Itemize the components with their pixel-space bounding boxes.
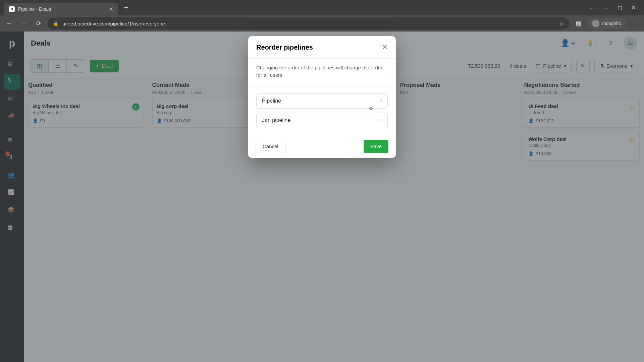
incognito-icon (592, 20, 599, 27)
modal-close-button[interactable]: ✕ (382, 43, 388, 52)
modal-overlay[interactable]: Reorder pipelines ✕ Changing the order o… (0, 32, 644, 362)
modal-description: Changing the order of the pipelines will… (248, 58, 396, 86)
extensions-icon[interactable]: ▦ (573, 18, 584, 29)
chevron-down-icon[interactable]: ⌄ (589, 5, 594, 11)
modal-title: Reorder pipelines (256, 44, 313, 51)
pipeline-reorder-item[interactable]: Jan pipeline≡ (256, 113, 388, 128)
browser-titlebar: p Pipeline - Deals ✕ + ⌄ — ▢ ✕ (0, 0, 644, 15)
close-window-icon[interactable]: ✕ (632, 5, 636, 11)
drag-handle-icon[interactable]: ≡ (380, 98, 382, 104)
new-tab-button[interactable]: + (124, 4, 128, 12)
window-controls: ⌄ — ▢ ✕ (589, 5, 644, 11)
pipeline-reorder-item[interactable]: Pipeline≡ (256, 93, 388, 109)
pipeline-item-label: Jan pipeline (262, 117, 290, 123)
move-cursor-icon: ✥ (369, 106, 373, 111)
tab-close-icon[interactable]: ✕ (109, 6, 113, 12)
pipeline-item-label: Pipeline (262, 98, 281, 104)
browser-tab[interactable]: p Pipeline - Deals ✕ (4, 3, 118, 15)
tab-title: Pipeline - Deals (18, 6, 51, 12)
maximize-icon[interactable]: ▢ (618, 5, 622, 11)
save-button[interactable]: Save (364, 140, 388, 153)
star-icon[interactable]: ☆ (559, 20, 564, 27)
cancel-button[interactable]: Cancel (256, 140, 285, 153)
browser-menu-icon[interactable]: ⋮ (629, 18, 641, 29)
minimize-icon[interactable]: — (603, 5, 608, 11)
address-bar: ← → ⟳ 🔒 uifeed.pipedrive.com/pipeline/1/… (0, 15, 644, 32)
incognito-indicator[interactable]: Incognito (587, 18, 626, 29)
back-button[interactable]: ← (3, 18, 15, 29)
pipeline-list: ✥ Pipeline≡Jan pipeline≡ (248, 86, 396, 135)
incognito-label: Incognito (602, 21, 621, 26)
tab-favicon-icon: p (9, 6, 15, 12)
drag-handle-icon[interactable]: ≡ (380, 117, 382, 123)
app-container: p ◎ $ ▭ 📣 ✉ 3 🗓 👥 📈 📦 ▦ Deals 👤＋ 💡 ? SJ (0, 32, 644, 362)
reload-button[interactable]: ⟳ (33, 18, 44, 29)
reorder-modal: Reorder pipelines ✕ Changing the order o… (248, 36, 396, 158)
lock-icon: 🔒 (53, 21, 58, 26)
forward-button[interactable]: → (18, 18, 30, 29)
url-input[interactable]: 🔒 uifeed.pipedrive.com/pipeline/1/user/e… (48, 17, 569, 29)
url-text: uifeed.pipedrive.com/pipeline/1/user/eve… (62, 21, 165, 26)
